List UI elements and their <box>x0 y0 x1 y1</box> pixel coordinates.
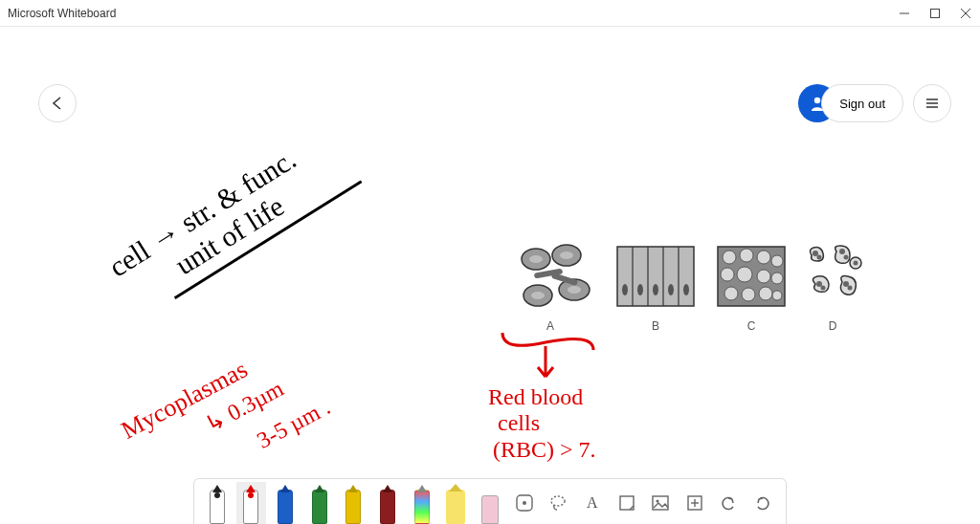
svg-point-44 <box>817 255 822 260</box>
sign-out-label: Sign out <box>839 97 885 111</box>
svg-point-33 <box>771 255 783 267</box>
diagram-label-d: D <box>829 319 837 333</box>
svg-point-30 <box>723 251 736 264</box>
svg-point-34 <box>721 268 734 281</box>
close-icon <box>960 8 971 19</box>
svg-point-57 <box>657 500 659 503</box>
note-tool[interactable] <box>612 482 642 524</box>
svg-point-48 <box>821 286 826 291</box>
maximize-icon <box>929 8 941 19</box>
svg-point-32 <box>757 251 770 264</box>
maximize-button[interactable] <box>928 7 942 20</box>
pen-red[interactable] <box>236 482 267 524</box>
undo-tool[interactable] <box>714 482 745 524</box>
back-button[interactable] <box>38 84 77 122</box>
svg-point-46 <box>844 255 849 260</box>
lasso-tool[interactable] <box>543 482 573 524</box>
pen-yellow[interactable] <box>339 482 369 524</box>
svg-rect-56 <box>653 496 668 510</box>
plus-box-icon <box>685 493 704 513</box>
pen-darkred[interactable] <box>372 482 403 524</box>
svg-rect-19 <box>617 247 694 306</box>
svg-point-45 <box>839 249 845 254</box>
redo-icon <box>753 493 772 513</box>
svg-point-43 <box>813 251 818 256</box>
svg-point-27 <box>668 284 674 295</box>
svg-point-28 <box>683 284 689 295</box>
pen-blue[interactable] <box>270 482 301 524</box>
ink-red-stroke-left: Mycoplasmas ↳ 0.3µm 3-5 µm . <box>86 275 392 495</box>
pen-black[interactable] <box>202 482 233 524</box>
svg-point-39 <box>742 288 755 301</box>
pen-toolbar: A <box>193 478 787 524</box>
svg-point-26 <box>653 284 658 295</box>
pen-green[interactable] <box>304 482 335 524</box>
titlebar: Microsoft Whiteboard <box>0 0 980 27</box>
undo-icon <box>719 493 738 513</box>
diagram-label-c: C <box>747 319 756 333</box>
svg-point-40 <box>759 287 772 300</box>
close-button[interactable] <box>959 7 972 20</box>
svg-point-31 <box>740 249 753 262</box>
arrow-left-icon <box>49 95 66 112</box>
svg-point-37 <box>771 273 783 284</box>
more-button[interactable] <box>913 84 951 122</box>
text-tool[interactable]: A <box>577 482 608 524</box>
image-icon <box>651 493 670 513</box>
svg-point-54 <box>551 496 565 506</box>
svg-point-4 <box>814 98 820 103</box>
window-title: Microsoft Whiteboard <box>8 7 898 20</box>
ink-red-6: (RBC) > 7. <box>493 437 596 462</box>
svg-rect-1 <box>931 9 940 17</box>
image-tool[interactable] <box>645 482 676 524</box>
ruler-tool[interactable] <box>509 482 540 524</box>
minimize-icon <box>899 8 910 19</box>
sign-out-button[interactable]: Sign out <box>821 84 903 122</box>
svg-point-38 <box>724 287 738 300</box>
add-tool[interactable] <box>679 482 710 524</box>
svg-point-35 <box>737 267 752 282</box>
svg-point-53 <box>523 501 526 505</box>
redo-tool[interactable] <box>747 482 778 524</box>
pen-rainbow[interactable] <box>407 482 437 524</box>
svg-point-14 <box>531 292 545 299</box>
ink-red-stroke-right: Red blood cells (RBC) > 7. <box>469 323 660 495</box>
svg-point-12 <box>560 251 573 259</box>
svg-point-36 <box>757 270 770 283</box>
svg-point-16 <box>568 286 581 294</box>
svg-point-25 <box>637 284 643 295</box>
lasso-icon <box>547 492 568 513</box>
svg-point-41 <box>772 291 782 300</box>
svg-point-47 <box>816 281 822 287</box>
note-icon <box>617 493 636 513</box>
window-controls <box>898 7 972 20</box>
minimize-button[interactable] <box>898 7 911 20</box>
ink-red-5: cells <box>498 410 540 435</box>
ink-red-4: Red blood <box>488 384 583 409</box>
svg-point-50 <box>848 286 853 291</box>
svg-point-49 <box>843 281 849 287</box>
svg-point-10 <box>529 255 543 263</box>
ruler-icon <box>514 492 535 513</box>
hamburger-icon <box>924 95 941 112</box>
text-icon: A <box>587 494 598 512</box>
highlighter-yellow[interactable] <box>440 482 471 524</box>
svg-point-24 <box>622 284 628 295</box>
svg-point-51 <box>854 261 858 266</box>
canvas-area[interactable]: Sign out cell → str. & func. unit of lif… <box>0 27 980 524</box>
eraser-tool[interactable] <box>475 482 505 524</box>
